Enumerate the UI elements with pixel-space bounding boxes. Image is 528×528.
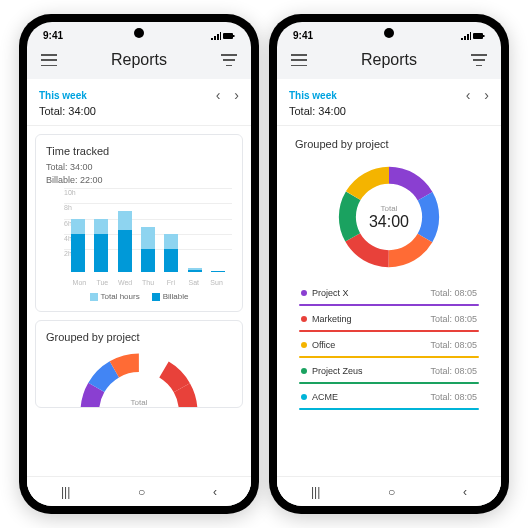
donut-center: Total 34:00 (334, 162, 444, 272)
project-total: Total: 08:05 (430, 340, 477, 350)
filter-icon[interactable] (221, 54, 237, 66)
card-title: Time tracked (46, 145, 232, 157)
status-icons (461, 32, 485, 40)
project-list: Project X Total: 08:05 Marketing Total: … (295, 280, 483, 410)
menu-icon[interactable] (41, 54, 57, 66)
period-total: Total: 34:00 (27, 105, 251, 126)
signal-icon (461, 32, 471, 40)
android-navbar: ||| ○ ‹ (277, 476, 501, 506)
menu-icon[interactable] (291, 54, 307, 66)
project-total: Total: 08:05 (430, 392, 477, 402)
project-name: Marketing (312, 314, 352, 324)
page-title: Reports (361, 51, 417, 69)
prev-period-button[interactable]: ‹ (216, 87, 221, 103)
project-row[interactable]: ACME Total: 08:05 (299, 384, 479, 405)
period-selector: This week ‹ › (277, 79, 501, 105)
battery-icon (473, 32, 485, 40)
phone-right: 9:41 Reports This week ‹ › Total: 34:00 … (269, 14, 509, 514)
time-tracked-card: Time tracked Total: 34:00 Billable: 22:0… (35, 134, 243, 312)
x-labels: MonTueWedThuFriSatSun (68, 279, 228, 286)
screen-right: 9:41 Reports This week ‹ › Total: 34:00 … (277, 22, 501, 506)
nav-back[interactable]: ‹ (213, 485, 217, 499)
project-name: ACME (312, 392, 338, 402)
project-row[interactable]: Office Total: 08:05 (299, 332, 479, 353)
donut-center-label: Total (381, 204, 398, 213)
status-icons (211, 32, 235, 40)
project-name: Office (312, 340, 335, 350)
time-total: Total: 34:00 (46, 161, 232, 174)
camera-dot (134, 28, 144, 38)
filter-icon[interactable] (471, 54, 487, 66)
nav-recent[interactable]: ||| (61, 485, 70, 499)
project-total: Total: 08:05 (430, 288, 477, 298)
project-dot (301, 316, 307, 322)
legend-total: Total hours (90, 292, 140, 301)
bars (68, 196, 228, 272)
svg-rect-7 (473, 33, 483, 39)
project-name: Project Zeus (312, 366, 363, 376)
project-total: Total: 08:05 (430, 314, 477, 324)
nav-recent[interactable]: ||| (311, 485, 320, 499)
legend-billable: Billable (152, 292, 189, 301)
content-area: This week ‹ › Total: 34:00 Time tracked … (27, 79, 251, 499)
time-billable: Billable: 22:00 (46, 174, 232, 187)
nav-home[interactable]: ○ (388, 485, 395, 499)
project-dot (301, 368, 307, 374)
donut-chart: Total 34:00 (334, 162, 444, 272)
svg-rect-8 (483, 35, 485, 37)
card-title: Grouped by project (295, 138, 483, 150)
status-time: 9:41 (43, 30, 63, 41)
chart-legend: Total hours Billable (46, 292, 232, 301)
project-total: Total: 08:05 (430, 366, 477, 376)
period-label[interactable]: This week (289, 90, 337, 101)
half-donut-label: Total (74, 398, 204, 407)
project-row[interactable]: Project X Total: 08:05 (299, 280, 479, 301)
nav-home[interactable]: ○ (138, 485, 145, 499)
content-area: This week ‹ › Total: 34:00 Grouped by pr… (277, 79, 501, 499)
svg-rect-1 (233, 35, 235, 37)
android-navbar: ||| ○ ‹ (27, 476, 251, 506)
prev-period-button[interactable]: ‹ (466, 87, 471, 103)
period-label[interactable]: This week (39, 90, 87, 101)
battery-icon (223, 32, 235, 40)
project-name: Project X (312, 288, 349, 298)
app-header: Reports (277, 43, 501, 79)
project-row[interactable]: Project Zeus Total: 08:05 (299, 358, 479, 379)
page-title: Reports (111, 51, 167, 69)
period-selector: This week ‹ › (27, 79, 251, 105)
grouped-card-peek: Grouped by project Total (35, 320, 243, 408)
next-period-button[interactable]: › (484, 87, 489, 103)
status-time: 9:41 (293, 30, 313, 41)
period-total: Total: 34:00 (277, 105, 501, 126)
project-row[interactable]: Marketing Total: 08:05 (299, 306, 479, 327)
next-period-button[interactable]: › (234, 87, 239, 103)
app-header: Reports (27, 43, 251, 79)
screen-left: 9:41 Reports This week ‹ › Total: 34:00 … (27, 22, 251, 506)
project-dot (301, 394, 307, 400)
card-title: Grouped by project (46, 331, 232, 343)
svg-rect-0 (223, 33, 233, 39)
signal-icon (211, 32, 221, 40)
half-donut: Total (74, 347, 204, 407)
project-dot (301, 342, 307, 348)
grouped-card: Grouped by project Total (285, 134, 493, 420)
project-dot (301, 290, 307, 296)
phone-left: 9:41 Reports This week ‹ › Total: 34:00 … (19, 14, 259, 514)
camera-dot (384, 28, 394, 38)
nav-back[interactable]: ‹ (463, 485, 467, 499)
project-underline (299, 408, 479, 410)
bar-chart: 10h 8h 6h 4h 2h MonTueWedThuFriSatSun (46, 196, 232, 286)
donut-center-value: 34:00 (369, 213, 409, 231)
